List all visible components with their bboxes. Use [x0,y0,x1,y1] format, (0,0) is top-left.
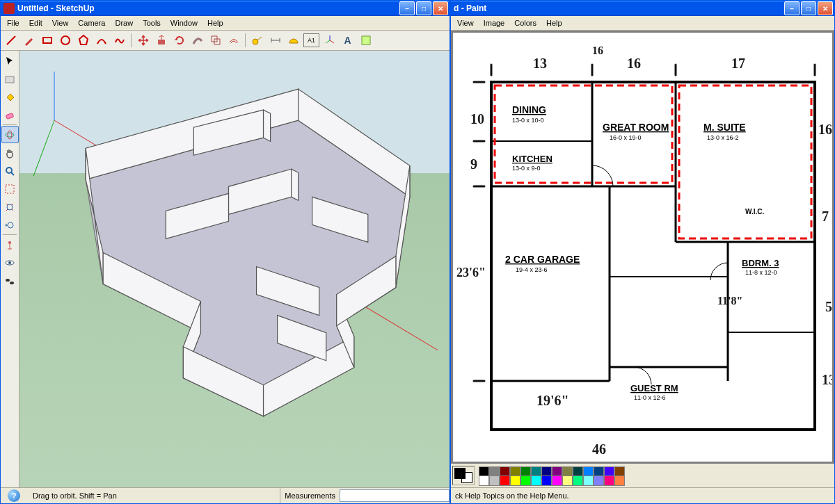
palette-swatch[interactable] [614,475,625,486]
svg-point-17 [6,168,12,173]
dimension-tool[interactable] [267,32,284,49]
label-dining: DINING [512,104,546,115]
paint-statusbar: ck Help Topics on the Help Menu. [451,487,834,503]
menu-view[interactable]: View [47,17,74,29]
paint-menu-colors[interactable]: Colors [509,17,541,29]
palette-swatch[interactable] [489,475,500,486]
palette-swatch[interactable] [562,475,573,486]
circle-tool[interactable] [56,32,74,49]
palette-swatch[interactable] [573,475,583,486]
menu-tools[interactable]: Tools [138,17,166,29]
text-tool[interactable]: A1 [303,32,320,49]
svg-line-8 [257,37,262,40]
fg-swatch[interactable] [454,468,466,479]
menu-edit[interactable]: Edit [24,17,47,29]
palette-swatch[interactable] [510,475,520,486]
sketchup-titlebar[interactable]: Untitled - SketchUp – □ ✕ [1,1,450,16]
label-wic: W.I.C. [745,208,764,216]
svg-text:16-0 x 19-0: 16-0 x 19-0 [610,134,642,141]
svg-point-21 [8,222,13,228]
eraser-tool[interactable] [1,106,19,124]
palette-fgbg[interactable] [452,466,475,485]
palette-swatch[interactable] [583,475,594,486]
zoom-window-tool[interactable] [1,180,19,197]
rectangle-tool[interactable] [38,32,56,49]
menu-file[interactable]: File [2,17,24,29]
paint-menu-help[interactable]: Help [541,17,567,29]
paint-maximize-button[interactable]: □ [801,1,816,15]
freehand-tool[interactable] [111,32,128,49]
palette-swatch[interactable] [500,475,510,486]
walk-tool[interactable] [1,272,19,289]
protractor-tool[interactable] [285,32,302,49]
polygon-tool[interactable] [74,32,92,49]
sketchup-side-toolbar [1,51,19,487]
paint-menu-image[interactable]: Image [479,17,510,29]
palette-swatch[interactable] [541,475,552,486]
menu-help[interactable]: Help [202,17,228,29]
dim-bottom-1: 19'6" [536,393,569,408]
line-tool[interactable] [2,32,19,49]
paint-canvas-area[interactable]: DINING 13-0 x 10-0 GREAT ROOM 16-0 x 19-… [451,31,834,464]
close-button[interactable]: ✕ [433,1,448,15]
pencil-tool[interactable] [20,32,38,49]
sketchup-viewport[interactable] [19,51,450,487]
svg-text:13-0 x 10-0: 13-0 x 10-0 [512,117,544,124]
palette-swatch[interactable] [531,475,541,486]
help-icon[interactable]: ? [8,489,20,502]
component-tool[interactable] [1,70,19,88]
zoom-tool[interactable] [1,162,19,179]
minimize-button[interactable]: – [399,1,415,15]
arc-tool[interactable] [93,32,110,49]
look-around-tool[interactable] [1,254,19,271]
model-3d [19,51,450,469]
paint-titlebar[interactable]: d - Paint – □ ✕ [451,1,834,16]
svg-point-22 [8,241,11,244]
previous-view-tool[interactable] [1,216,19,234]
palette-swatch[interactable] [479,475,489,486]
svg-text:13-0 x 9-0: 13-0 x 9-0 [512,165,541,172]
paint-minimize-button[interactable]: – [784,1,800,15]
palette-swatch[interactable] [552,475,562,486]
dim-top-3: 17 [731,56,745,71]
menu-camera[interactable]: Camera [73,17,110,29]
axes-tool[interactable] [321,32,338,49]
svg-point-24 [8,261,11,264]
menu-window[interactable]: Window [166,17,202,29]
pan-tool[interactable] [1,144,19,161]
palette-swatch[interactable] [520,475,531,486]
section-tool[interactable] [357,32,374,49]
scale-tool[interactable] [207,32,224,49]
svg-marker-44 [292,169,299,200]
svg-line-18 [11,172,14,175]
zoom-extents-tool[interactable] [1,198,19,216]
measurements-input[interactable] [340,489,450,502]
paint-close-button[interactable]: ✕ [818,1,833,15]
palette-swatch[interactable] [604,475,614,486]
offset-tool[interactable] [225,32,242,49]
rotate-tool[interactable] [170,32,188,49]
maximize-button[interactable]: □ [416,1,431,15]
move-tool[interactable] [134,32,152,49]
orbit-tool[interactable] [1,126,19,143]
label-msuite: M. SUITE [703,122,746,133]
svg-rect-1 [43,38,51,43]
svg-line-29 [33,120,54,176]
paint-bucket-tool[interactable] [1,88,19,106]
3dtext-tool[interactable]: A [339,32,356,49]
tape-tool[interactable] [248,32,266,49]
svg-point-20 [7,204,13,210]
dim-bottomfar-2: 46 [592,441,606,457]
svg-text:13-0 x 16-2: 13-0 x 16-2 [707,134,739,141]
svg-rect-62 [679,86,811,238]
paint-menu-view[interactable]: View [452,17,479,29]
svg-rect-4 [158,40,165,44]
followme-tool[interactable] [189,32,206,49]
paint-canvas[interactable]: DINING 13-0 x 10-0 GREAT ROOM 16-0 x 19-… [453,33,832,462]
menu-draw[interactable]: Draw [110,17,138,29]
select-tool[interactable] [1,52,19,70]
sketchup-window: Untitled - SketchUp – □ ✕ File Edit View… [0,0,450,504]
palette-swatch[interactable] [594,475,604,486]
position-camera-tool[interactable] [1,236,19,253]
pushpull-tool[interactable] [152,32,170,49]
